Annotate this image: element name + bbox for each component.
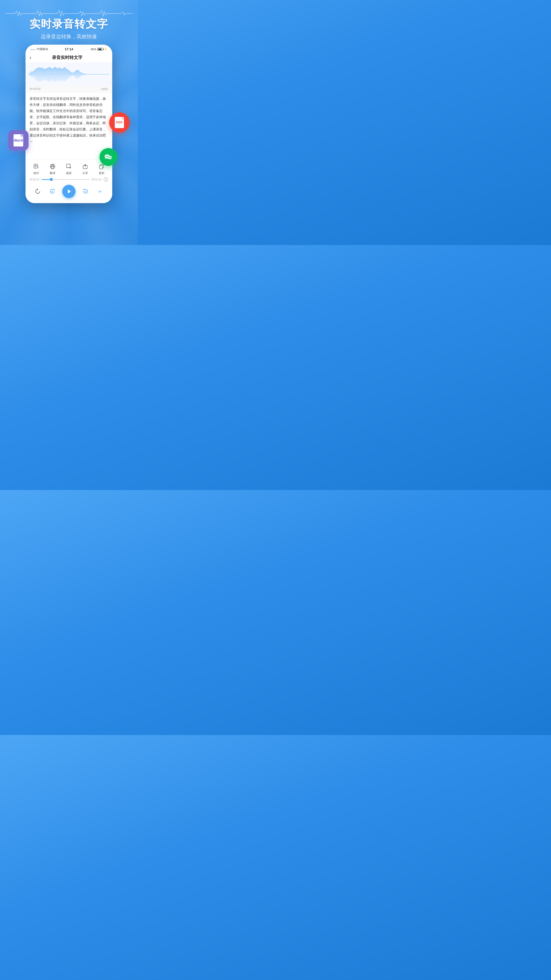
progress-bar[interactable]	[41, 179, 89, 180]
toolbar-icons: 校对 译 翻译	[25, 162, 112, 175]
signal-dots: ••••○	[30, 48, 36, 51]
header: 实时录音转文字 边录音边转换，高效快速	[0, 0, 138, 40]
replay-icon	[33, 187, 42, 196]
svg-text:译: 译	[52, 164, 54, 166]
replay-button[interactable]	[33, 187, 42, 196]
progress-total: 00:01:15	[92, 178, 102, 181]
carrier-name: 中国移动	[37, 48, 48, 51]
waveform-svg	[28, 66, 110, 83]
back-button[interactable]: ‹	[30, 55, 32, 60]
player-controls: 10 10	[25, 183, 112, 202]
svg-marker-99	[68, 189, 71, 193]
progress-current: 00:00:15	[30, 178, 40, 181]
battery-percent: 80%	[91, 48, 97, 51]
svg-point-103	[106, 156, 106, 157]
toolbar-item-crop[interactable]: 裁剪	[65, 162, 73, 175]
word-doc-icon: Word	[14, 134, 23, 146]
svg-point-104	[107, 156, 108, 157]
word-label: Word	[14, 138, 23, 142]
translate-icon: 译	[48, 162, 57, 170]
status-carrier: ••••○ 中国移动	[30, 47, 48, 51]
status-right: 80% ⚡	[91, 48, 107, 51]
spacer	[25, 147, 112, 159]
wechat-icon	[103, 151, 114, 162]
float-word-badge[interactable]: Word	[8, 130, 29, 151]
back10-button[interactable]: 10	[48, 187, 57, 196]
toolbar-label-edit: 校对	[33, 171, 39, 175]
text-content: 录音转文字支持边录音边转文字，转换准确迅捷，操作方便，还支持在线翻译，同时也支持…	[25, 93, 112, 147]
battery-icon	[97, 48, 103, 51]
svg-rect-94	[100, 165, 103, 169]
svg-text:10: 10	[51, 191, 53, 192]
phone-mockup: ••••○ 中国移动 17:14 80% ⚡ ‹ 录音实时转文字	[25, 45, 112, 203]
svg-text:10: 10	[84, 191, 86, 192]
nav-title: 录音实时转文字	[32, 55, 103, 60]
toolbar-item-edit[interactable]: 校对	[32, 162, 40, 175]
timer-start: 00:00:00	[30, 87, 41, 91]
svg-point-105	[108, 156, 109, 157]
svg-point-107	[110, 157, 110, 158]
svg-rect-88	[67, 164, 70, 168]
bottom-toolbar: 校对 译 翻译	[25, 159, 112, 203]
nav-bar: ‹ 录音实时转文字	[25, 52, 112, 63]
clock-icon	[103, 177, 108, 182]
toolbar-item-share[interactable]: 分享	[81, 162, 89, 175]
speed-button[interactable]: 1×	[95, 187, 105, 196]
play-button[interactable]	[62, 185, 76, 198]
lightning-icon: ⚡	[104, 48, 107, 51]
waveform-area	[25, 63, 112, 86]
pdf-doc-icon: PDF	[115, 117, 124, 128]
float-wechat-badge[interactable]	[100, 148, 118, 166]
toolbar-label-translate: 翻译	[50, 171, 56, 175]
back10-icon: 10	[48, 187, 57, 196]
svg-point-106	[109, 157, 110, 158]
progress-dot	[50, 178, 53, 181]
svg-line-97	[106, 180, 106, 180]
pdf-label: PDF	[116, 121, 123, 124]
toolbar-label-copy: 复制	[99, 171, 104, 175]
main-title: 实时录音转文字	[0, 17, 138, 31]
forward10-icon: 10	[81, 187, 90, 196]
svg-marker-109	[105, 158, 106, 159]
progress-area: 00:00:15 00:01:15	[25, 175, 112, 183]
float-pdf-badge[interactable]: PDF	[109, 112, 130, 133]
play-icon	[66, 188, 72, 194]
forward10-button[interactable]: 10	[81, 187, 90, 196]
toolbar-label-crop: 裁剪	[66, 171, 72, 175]
svg-point-108	[111, 157, 111, 158]
share-icon	[81, 162, 89, 170]
speed-label: 1×	[98, 190, 102, 193]
toolbar-item-translate[interactable]: 译 翻译	[48, 162, 57, 175]
battery-fill	[98, 48, 102, 50]
edit-icon	[32, 162, 40, 170]
sub-title: 边录音边转换，高效快速	[0, 33, 138, 40]
toolbar-label-share: 分享	[83, 171, 88, 175]
char-count: 138字	[101, 87, 108, 91]
status-time: 17:14	[65, 47, 73, 51]
status-bar: ••••○ 中国移动 17:14 80% ⚡	[25, 45, 112, 52]
speed-icon: 1×	[95, 187, 105, 196]
crop-icon	[65, 162, 73, 170]
timer-row: 00:00:00 138字	[25, 86, 112, 93]
